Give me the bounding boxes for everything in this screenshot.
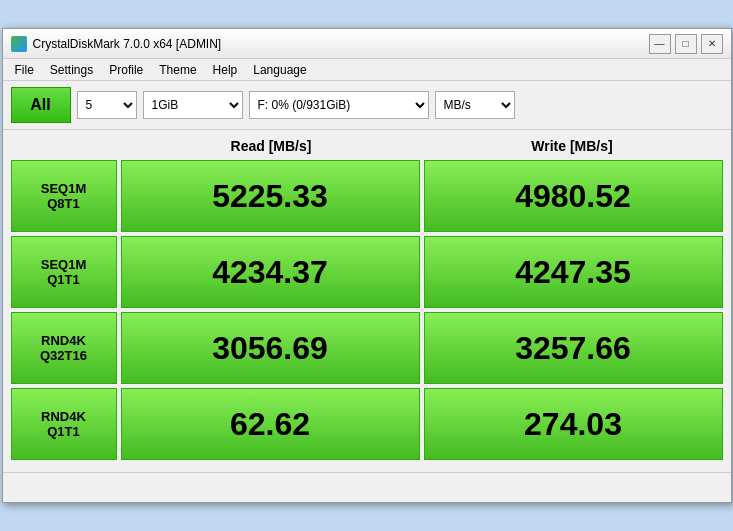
data-rows: SEQ1M Q8T1 5225.33 4980.52 SEQ1M Q1T1 42… [11,160,723,460]
size-select[interactable]: 1GiB 512MiB 256MiB 4GiB [143,91,243,119]
app-icon [11,36,27,52]
empty-header-cell [11,134,121,158]
title-bar: CrystalDiskMark 7.0.0 x64 [ADMIN] — □ ✕ [3,29,731,59]
table-row: RND4K Q32T16 3056.69 3257.66 [11,312,723,384]
row-label-2: RND4K Q32T16 [11,312,117,384]
unit-select[interactable]: MB/s GB/s IOPS [435,91,515,119]
runs-select[interactable]: 5 1 3 9 [77,91,137,119]
read-value-0: 5225.33 [121,160,420,232]
results-area: Read [MB/s] Write [MB/s] SEQ1M Q8T1 5225… [3,130,731,472]
maximize-button[interactable]: □ [675,34,697,54]
footer [3,472,731,502]
write-value-1: 4247.35 [424,236,723,308]
menu-bar: FileSettingsProfileThemeHelpLanguage [3,59,731,81]
write-value-3: 274.03 [424,388,723,460]
column-headers: Read [MB/s] Write [MB/s] [11,134,723,158]
table-row: SEQ1M Q1T1 4234.37 4247.35 [11,236,723,308]
write-value-2: 3257.66 [424,312,723,384]
read-header: Read [MB/s] [121,134,422,158]
row-label-1: SEQ1M Q1T1 [11,236,117,308]
menu-item-profile[interactable]: Profile [101,61,151,79]
window-title: CrystalDiskMark 7.0.0 x64 [ADMIN] [33,37,649,51]
table-row: RND4K Q1T1 62.62 274.03 [11,388,723,460]
table-row: SEQ1M Q8T1 5225.33 4980.52 [11,160,723,232]
write-header: Write [MB/s] [422,134,723,158]
menu-item-language[interactable]: Language [245,61,314,79]
title-bar-buttons: — □ ✕ [649,34,723,54]
read-value-1: 4234.37 [121,236,420,308]
read-value-2: 3056.69 [121,312,420,384]
menu-item-settings[interactable]: Settings [42,61,101,79]
toolbar: All 5 1 3 9 1GiB 512MiB 256MiB 4GiB F: 0… [3,81,731,130]
write-value-0: 4980.52 [424,160,723,232]
app-window: CrystalDiskMark 7.0.0 x64 [ADMIN] — □ ✕ … [2,28,732,503]
menu-item-theme[interactable]: Theme [151,61,204,79]
read-value-3: 62.62 [121,388,420,460]
close-button[interactable]: ✕ [701,34,723,54]
minimize-button[interactable]: — [649,34,671,54]
row-label-0: SEQ1M Q8T1 [11,160,117,232]
drive-select[interactable]: F: 0% (0/931GiB) [249,91,429,119]
row-label-3: RND4K Q1T1 [11,388,117,460]
menu-item-help[interactable]: Help [205,61,246,79]
all-button[interactable]: All [11,87,71,123]
menu-item-file[interactable]: File [7,61,42,79]
